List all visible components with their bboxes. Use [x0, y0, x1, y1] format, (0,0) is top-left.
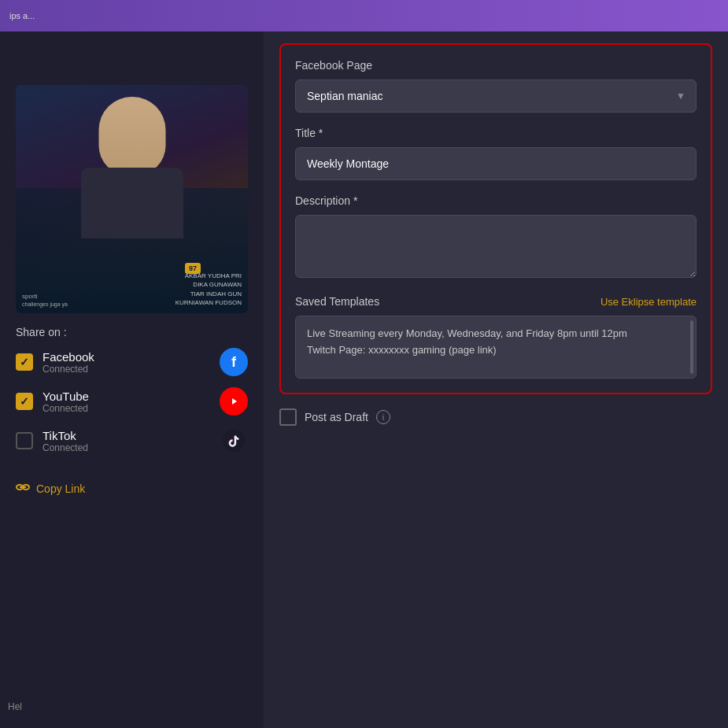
facebook-info: Facebook Connected [42, 350, 220, 375]
scrollbar[interactable] [690, 320, 693, 374]
facebook-checkbox[interactable]: ✓ [16, 353, 33, 371]
youtube-info: YouTube Connected [42, 390, 220, 414]
copy-link-label: Copy Link [36, 482, 85, 495]
post-draft-row: Post as Draft i [279, 408, 712, 426]
template-box: Live Streaming every Monday, Wednesday, … [295, 316, 697, 379]
top-bar: ips a... [0, 0, 728, 31]
tiktok-checkbox[interactable] [16, 432, 33, 449]
facebook-name: Facebook [42, 350, 220, 364]
youtube-name: YouTube [42, 390, 220, 403]
post-draft-checkbox[interactable] [279, 408, 297, 426]
platform-item-youtube: ✓ YouTube Connected [16, 387, 248, 416]
facebook-page-select-wrapper: Septian maniac ▼ [295, 79, 697, 113]
description-label: Description * [295, 194, 697, 207]
description-textarea[interactable] [295, 215, 697, 278]
top-bar-text: ips a... [9, 11, 35, 20]
right-panel: Facebook Page Septian maniac ▼ Title * D… [264, 0, 728, 728]
template-text: Live Streaming every Monday, Wednesday, … [307, 327, 627, 356]
saved-templates-row: Saved Templates Use Eklipse template [295, 295, 697, 308]
tiktok-name: TikTok [42, 429, 220, 442]
youtube-icon [220, 387, 248, 416]
facebook-page-label: Facebook Page [295, 59, 697, 72]
video-thumbnail: 97 AKBAR YUDHA PRIDIKA GUNAWANTIAR INDAH… [16, 85, 248, 313]
facebook-icon: f [220, 348, 248, 376]
copy-link-button[interactable]: Copy Link [16, 482, 248, 496]
left-panel: 97 AKBAR YUDHA PRIDIKA GUNAWANTIAR INDAH… [0, 0, 264, 728]
platform-item-tiktok: TikTok Connected [16, 427, 248, 455]
tiktok-icon [220, 427, 248, 455]
form-container: Facebook Page Septian maniac ▼ Title * D… [279, 43, 712, 394]
title-input[interactable] [295, 147, 697, 180]
facebook-page-select[interactable]: Septian maniac [295, 79, 697, 113]
use-template-link[interactable]: Use Eklipse template [601, 296, 697, 308]
title-label: Title * [295, 127, 697, 139]
check-icon: ✓ [20, 357, 29, 368]
post-draft-label: Post as Draft [305, 411, 368, 423]
platform-item-facebook: ✓ Facebook Connected f [16, 348, 248, 376]
tiktok-info: TikTok Connected [42, 429, 220, 453]
share-on-label: Share on : [16, 326, 248, 338]
check-icon: ✓ [20, 396, 29, 407]
info-icon[interactable]: i [376, 410, 390, 424]
facebook-status: Connected [42, 364, 220, 375]
youtube-status: Connected [42, 403, 220, 414]
svg-point-2 [223, 430, 245, 452]
youtube-checkbox[interactable]: ✓ [16, 393, 33, 410]
help-label: Hel [8, 701, 22, 712]
tiktok-status: Connected [42, 442, 220, 453]
copy-link-icon [16, 482, 30, 496]
saved-templates-label: Saved Templates [295, 295, 379, 308]
